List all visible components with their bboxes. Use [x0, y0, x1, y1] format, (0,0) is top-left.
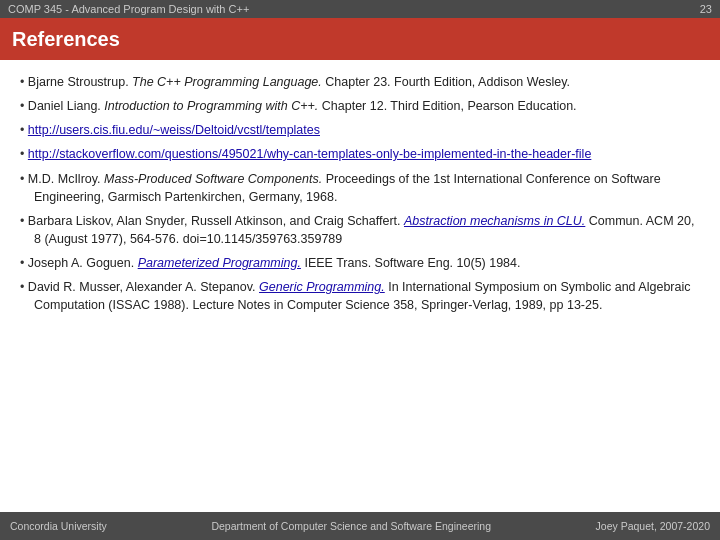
ref-title-italic: The C++ Programming Language.	[132, 75, 322, 89]
ref-text-before: M.D. McIlroy.	[28, 172, 104, 186]
list-item: http://stackoverflow.com/questions/49502…	[20, 142, 700, 166]
ref-title-italic: Introduction to Programming with C++.	[104, 99, 318, 113]
title-bar: References	[0, 18, 720, 60]
page-title: References	[12, 28, 120, 51]
slide-number: 23	[700, 3, 712, 15]
ref-link[interactable]: http://users.cis.fiu.edu/~weiss/Deltoid/…	[28, 123, 320, 137]
list-item: Barbara Liskov, Alan Snyder, Russell Atk…	[20, 209, 700, 251]
list-item: Bjarne Stroustrup. The C++ Programming L…	[20, 70, 700, 94]
list-item: Joseph A. Goguen. Parameterized Programm…	[20, 251, 700, 275]
course-title: COMP 345 - Advanced Program Design with …	[8, 3, 249, 15]
ref-link[interactable]: http://stackoverflow.com/questions/49502…	[28, 147, 591, 161]
footer-right: Joey Paquet, 2007-2020	[596, 520, 710, 532]
top-bar: COMP 345 - Advanced Program Design with …	[0, 0, 720, 18]
ref-title-link[interactable]: Abstraction mechanisms in CLU.	[404, 214, 585, 228]
ref-title-link[interactable]: Generic Programming.	[259, 280, 385, 294]
footer-center: Department of Computer Science and Softw…	[211, 520, 491, 532]
ref-title-link[interactable]: Parameterized Programming.	[138, 256, 301, 270]
ref-text-before: Joseph A. Goguen.	[28, 256, 138, 270]
ref-text-after: Chapter 23. Fourth Edition, Addison Wesl…	[322, 75, 570, 89]
list-item: David R. Musser, Alexander A. Stepanov. …	[20, 275, 700, 317]
ref-text-before: Bjarne Stroustrup.	[28, 75, 132, 89]
ref-title-italic: Mass-Produced Software Components.	[104, 172, 322, 186]
list-item: M.D. McIlroy. Mass-Produced Software Com…	[20, 167, 700, 209]
references-list: Bjarne Stroustrup. The C++ Programming L…	[20, 70, 700, 317]
ref-text-before: David R. Musser, Alexander A. Stepanov.	[28, 280, 259, 294]
footer: Concordia University Department of Compu…	[0, 512, 720, 540]
footer-left: Concordia University	[10, 520, 107, 532]
ref-text-after: IEEE Trans. Software Eng. 10(5) 1984.	[301, 256, 521, 270]
ref-text-after: Chapter 12. Third Edition, Pearson Educa…	[318, 99, 576, 113]
content-area: Bjarne Stroustrup. The C++ Programming L…	[0, 60, 720, 512]
list-item: Daniel Liang. Introduction to Programmin…	[20, 94, 700, 118]
ref-text-before: Barbara Liskov, Alan Snyder, Russell Atk…	[28, 214, 404, 228]
ref-text-before: Daniel Liang.	[28, 99, 104, 113]
list-item: http://users.cis.fiu.edu/~weiss/Deltoid/…	[20, 118, 700, 142]
